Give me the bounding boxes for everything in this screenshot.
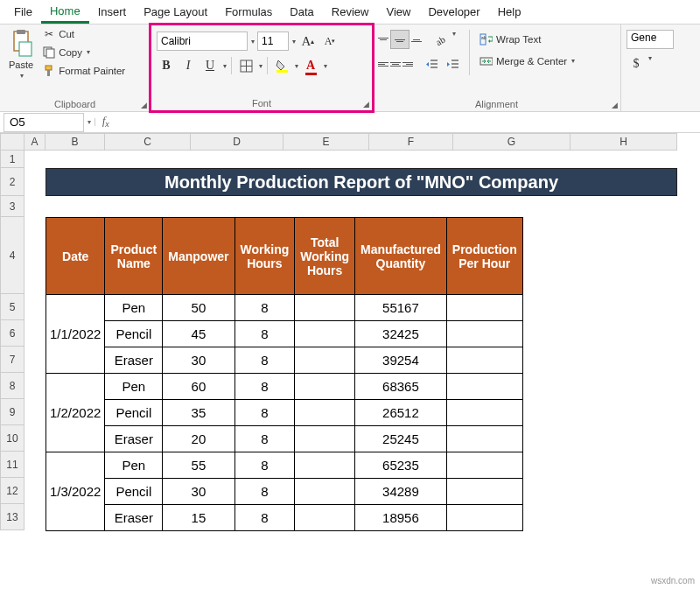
cell[interactable]: 30 bbox=[163, 347, 234, 374]
col-header-A[interactable]: A bbox=[24, 133, 46, 151]
cut-button[interactable]: ✂Cut bbox=[39, 26, 128, 41]
formula-input[interactable] bbox=[116, 113, 700, 132]
row-header-6[interactable]: 6 bbox=[0, 320, 24, 347]
tab-review[interactable]: Review bbox=[323, 2, 378, 22]
name-box[interactable] bbox=[4, 113, 84, 132]
row-header-9[interactable]: 9 bbox=[0, 399, 24, 425]
currency-button[interactable]: $ bbox=[626, 54, 646, 74]
worksheet[interactable]: ABCDEFGH 12345678910111213 Monthly Produ… bbox=[0, 133, 700, 151]
chevron-down-icon[interactable]: ▾ bbox=[223, 62, 227, 70]
row-header-12[interactable]: 12 bbox=[0, 478, 24, 504]
cell[interactable]: 55167 bbox=[355, 295, 447, 321]
dialog-launcher-icon[interactable]: ◢ bbox=[612, 101, 618, 109]
cell[interactable]: Pencil bbox=[105, 321, 163, 347]
row-header-5[interactable]: 5 bbox=[0, 294, 24, 320]
increase-indent-button[interactable] bbox=[443, 54, 462, 74]
merge-center-button[interactable]: Merge & Center▾ bbox=[477, 53, 578, 68]
cell[interactable]: 30 bbox=[163, 479, 234, 505]
cell[interactable] bbox=[295, 321, 355, 347]
cell[interactable]: 8 bbox=[234, 321, 295, 347]
cell[interactable]: 8 bbox=[234, 374, 295, 400]
orientation-button[interactable]: ab bbox=[430, 30, 450, 49]
row-header-8[interactable]: 8 bbox=[0, 373, 24, 399]
title-cell[interactable]: Monthly Production Report of "MNO" Compa… bbox=[46, 168, 677, 196]
cell[interactable] bbox=[446, 452, 522, 479]
italic-button[interactable]: I bbox=[178, 56, 198, 75]
cell[interactable]: 55 bbox=[163, 452, 234, 479]
row-header-2[interactable]: 2 bbox=[0, 168, 24, 196]
cell[interactable] bbox=[446, 479, 522, 505]
col-header-F[interactable]: F bbox=[369, 133, 453, 151]
cell[interactable] bbox=[295, 400, 355, 426]
cell[interactable]: 39254 bbox=[355, 347, 447, 374]
row-header-1[interactable]: 1 bbox=[0, 151, 24, 168]
chevron-down-icon[interactable]: ▾ bbox=[259, 62, 262, 70]
borders-button[interactable] bbox=[236, 56, 256, 75]
chevron-down-icon[interactable]: ▾ bbox=[292, 38, 296, 46]
cell[interactable]: Pen bbox=[105, 452, 163, 479]
col-header-cell[interactable]: Production Per Hour bbox=[446, 218, 522, 295]
tab-view[interactable]: View bbox=[377, 2, 419, 22]
cell[interactable]: Pencil bbox=[105, 479, 163, 505]
tab-home[interactable]: Home bbox=[41, 1, 89, 24]
cell[interactable]: Eraser bbox=[105, 347, 163, 374]
align-top-button[interactable] bbox=[378, 30, 388, 49]
cell[interactable]: Pen bbox=[105, 374, 163, 400]
fill-color-button[interactable] bbox=[272, 56, 291, 75]
cell[interactable] bbox=[295, 374, 355, 400]
col-header-cell[interactable]: Manpower bbox=[163, 218, 234, 295]
cell[interactable]: 15 bbox=[163, 505, 234, 531]
cell[interactable]: 8 bbox=[234, 505, 295, 531]
tab-developer[interactable]: Developer bbox=[419, 2, 488, 22]
cell[interactable]: 60 bbox=[163, 374, 234, 400]
cell[interactable] bbox=[446, 374, 522, 400]
cell[interactable]: 34289 bbox=[355, 479, 447, 505]
cell[interactable]: 8 bbox=[234, 452, 295, 479]
cell[interactable]: 68365 bbox=[355, 374, 447, 400]
cell[interactable] bbox=[446, 426, 522, 452]
cell[interactable]: 8 bbox=[234, 347, 295, 374]
col-header-H[interactable]: H bbox=[570, 133, 677, 151]
cell[interactable]: 18956 bbox=[355, 505, 447, 531]
col-header-B[interactable]: B bbox=[46, 133, 105, 151]
cell[interactable] bbox=[295, 479, 355, 505]
paste-button[interactable]: Paste ▾ bbox=[5, 26, 37, 81]
dialog-launcher-icon[interactable]: ◢ bbox=[141, 101, 147, 109]
chevron-down-icon[interactable]: ▾ bbox=[88, 118, 95, 126]
cell[interactable] bbox=[446, 347, 522, 374]
copy-button[interactable]: Copy▾ bbox=[39, 45, 128, 60]
cell[interactable]: 20 bbox=[163, 426, 234, 452]
cell[interactable]: 35 bbox=[163, 400, 234, 426]
cell[interactable] bbox=[295, 452, 355, 479]
cell[interactable]: 26512 bbox=[355, 400, 447, 426]
number-format-select[interactable]: Gene bbox=[626, 30, 674, 49]
fx-icon[interactable]: fx bbox=[95, 115, 116, 129]
increase-font-button[interactable]: A▴ bbox=[298, 32, 318, 51]
row-header-10[interactable]: 10 bbox=[0, 425, 24, 452]
col-header-cell[interactable]: Total Working Hours bbox=[295, 218, 355, 295]
dialog-launcher-icon[interactable]: ◢ bbox=[363, 100, 369, 109]
cell[interactable]: 32425 bbox=[355, 321, 447, 347]
cell[interactable]: 50 bbox=[163, 295, 234, 321]
tab-formulas[interactable]: Formulas bbox=[216, 2, 281, 22]
row-header-3[interactable]: 3 bbox=[0, 196, 24, 217]
cell-date[interactable]: 1/1/2022 bbox=[46, 295, 105, 374]
decrease-indent-button[interactable] bbox=[422, 54, 441, 74]
col-header-D[interactable]: D bbox=[191, 133, 284, 151]
col-header-cell[interactable]: Working Hours bbox=[234, 218, 295, 295]
chevron-down-icon[interactable]: ▾ bbox=[295, 62, 298, 70]
tab-page-layout[interactable]: Page Layout bbox=[135, 2, 216, 22]
align-bottom-button[interactable] bbox=[411, 30, 422, 49]
cell[interactable]: Pen bbox=[105, 295, 163, 321]
cell[interactable]: Eraser bbox=[105, 505, 163, 531]
cell[interactable]: 65235 bbox=[355, 452, 447, 479]
chevron-down-icon[interactable]: ▾ bbox=[251, 38, 255, 46]
cell[interactable] bbox=[295, 426, 355, 452]
cell[interactable] bbox=[295, 295, 355, 321]
cell[interactable]: 8 bbox=[234, 295, 295, 321]
font-size-select[interactable] bbox=[257, 32, 289, 51]
cell[interactable]: 25245 bbox=[355, 426, 447, 452]
cell-date[interactable]: 1/3/2022 bbox=[46, 452, 105, 531]
tab-help[interactable]: Help bbox=[489, 2, 530, 22]
bold-button[interactable]: B bbox=[157, 56, 176, 75]
